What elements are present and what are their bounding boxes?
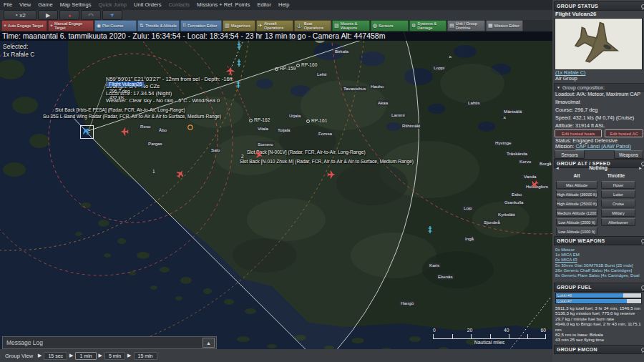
sensors-panel-button[interactable]: Sensors <box>555 150 585 159</box>
ref-point[interactable]: RP-159 <box>275 66 296 71</box>
group-fuel-header[interactable]: GROUP FUEL <box>554 283 644 292</box>
pin-icon[interactable] <box>641 4 644 9</box>
pointer-mode-button[interactable]: ➤ <box>102 10 122 20</box>
air-contact-icon[interactable] <box>235 41 243 50</box>
mission-editor-button[interactable]: ▦Mission Editor <box>486 20 523 31</box>
high-altitude-25000-button[interactable]: High Altitude (25000 ft) <box>556 200 597 207</box>
interval-15sec[interactable]: 15 sec <box>44 352 67 360</box>
edit-hosted-ac-button[interactable]: Edit hosted AC <box>605 129 643 137</box>
menu-editor[interactable]: Editor <box>253 0 275 10</box>
pin-icon[interactable] <box>641 285 644 290</box>
record-button[interactable]: ● <box>59 10 79 20</box>
tactical-map[interactable]: Selected: 1x Rafale C N59°59'01" E21°03'… <box>0 31 552 362</box>
aircraft-operations-button[interactable]: ✈Aircraft Operations <box>256 20 293 31</box>
low-altitude-1000-button[interactable]: Low Altitude (1000 ft) <box>556 228 597 235</box>
unit-group-doctrine-button[interactable]: ▤Unit / Group Doctrine <box>447 20 485 31</box>
low-altitude-2000-button[interactable]: Low Altitude (2000 ft) <box>556 218 597 226</box>
ref-point[interactable]: RP-160 <box>296 62 317 67</box>
hostile-aircraft-icon[interactable] <box>326 170 336 180</box>
boat-operations-button[interactable]: ⚓Boat Operations <box>294 20 331 31</box>
bottom-status-bar: Group View ▶ 15 sec ▶ 1 min ▶ 5 min ▶ 15… <box>0 349 552 362</box>
sensor-label: Slot Back [N-010 Zhuk-M] (Radar, FCR, Ai… <box>240 159 414 164</box>
interval-1min[interactable]: 1 min <box>75 352 96 360</box>
run-pause-button[interactable]: ▶ <box>38 10 58 20</box>
hostile-aircraft-icon[interactable] <box>225 66 235 76</box>
menu-missions-ref-points[interactable]: Missions + Ref. Points <box>193 0 253 10</box>
map-place-label: Esbo <box>510 192 523 197</box>
medium-altitude-button[interactable]: Medium Altitude (1200 <box>556 209 597 217</box>
time-compression-button[interactable]: ◔ x2 <box>4 10 36 20</box>
unknown-contact-icon[interactable] <box>187 124 194 131</box>
flight-name: Flight Vulcan26 <box>555 11 596 17</box>
formation-editor-button[interactable]: ⠿Formation Editor <box>180 20 222 31</box>
mission-link[interactable]: CAP Länsi (AAW Patrol) <box>575 143 631 150</box>
speed-line: Speed: 432,1 kts (M 0,74) (Cruise) <box>555 114 634 121</box>
ref-point[interactable]: RP-161 <box>306 118 327 123</box>
manual-engage-target-button[interactable]: ⌖Manual Engage Target <box>48 20 94 31</box>
map-place-label: Viiala <box>256 126 270 132</box>
hostile-aircraft-icon[interactable] <box>119 127 130 137</box>
weapon-link[interactable]: 26x Generic Chaff Salvo [4x Cartridges] <box>555 268 642 273</box>
menu-unit-orders[interactable]: Unit Orders <box>130 0 165 10</box>
pin-icon[interactable] <box>641 239 644 243</box>
air-contact-icon[interactable] <box>235 59 243 67</box>
interval-15min[interactable]: 15 min <box>134 352 157 360</box>
weapon-link[interactable]: 5x 30mm Giat 30/M791B Burst [25 rnds] <box>555 263 642 268</box>
plot-course-button[interactable]: ◉Plot Course <box>94 20 137 31</box>
group-status-header[interactable]: GROUP STATUS <box>554 1 644 11</box>
unit-datablock-name[interactable]: Flight Vulcan26 <box>107 82 144 87</box>
play-step-icon[interactable]: ▶ <box>125 353 133 358</box>
friendly-aircraft-icon[interactable] <box>81 126 91 136</box>
hover-button[interactable]: Hover <box>601 181 635 189</box>
throttle-buttons: Hover Loiter Cruise Military Afterburner <box>601 181 635 226</box>
play-step-icon[interactable]: ▶ <box>97 353 104 358</box>
map-place-label: Forssa <box>317 131 333 137</box>
air-contact-icon[interactable] <box>426 225 434 234</box>
interval-5min[interactable]: 5 min <box>104 352 125 360</box>
map-scale: 020 4060 Nautical miles <box>433 328 546 345</box>
message-log-bar[interactable]: Message Log ▲ <box>2 336 217 349</box>
menu-map-settings[interactable]: Map Settings <box>57 0 95 10</box>
air-contact-icon[interactable] <box>234 80 243 89</box>
play-step-icon[interactable]: ▶ <box>36 353 44 358</box>
sensors-button[interactable]: ◍Sensors <box>371 20 409 31</box>
group-weapons-header[interactable]: GROUP WEAPONS <box>554 236 644 245</box>
pin-icon[interactable] <box>641 348 644 352</box>
play-step-icon[interactable]: ▶ <box>67 353 75 358</box>
hostile-aircraft-icon[interactable] <box>530 180 540 190</box>
max-altitude-button[interactable]: Max Altitude <box>556 181 597 189</box>
ref-point[interactable]: RP-162 <box>249 117 270 122</box>
preset-next-arrow[interactable]: ► <box>638 166 643 170</box>
map-place-label: Hyvinge <box>494 140 512 146</box>
hostile-aircraft-icon[interactable] <box>254 150 264 160</box>
tooltip-weather: Weather: Clear sky - No rain - 5°C - Win… <box>106 97 233 104</box>
aircraft-icon: ✈ <box>258 23 263 29</box>
weapon-link[interactable]: 8x Generic Flare Salvo [4x Cartridges, D… <box>555 273 642 278</box>
expand-log-button[interactable]: ▲ <box>203 338 215 348</box>
group-emcon-header[interactable]: GROUP EMCON <box>554 345 644 354</box>
map-place-label: Sjundeå <box>482 220 502 225</box>
high-altitude-36000-button[interactable]: High Altitude (36000 ft) <box>556 190 597 198</box>
menu-file[interactable]: File <box>0 0 16 10</box>
weapon-link[interactable]: 1x MICA EM <box>555 252 642 257</box>
edit-hosted-boats-button[interactable]: Edit hosted boats <box>555 129 602 137</box>
menu-game[interactable]: Game <box>34 0 56 10</box>
loiter-button[interactable]: Loiter <box>601 190 635 198</box>
weapon-link[interactable]: 0x MICA IR <box>555 257 642 262</box>
cursor-arrow-icon: ➤ <box>109 11 116 19</box>
hostile-aircraft-icon[interactable] <box>175 169 185 179</box>
weapons-panel-button[interactable]: Weapons <box>614 150 643 159</box>
afterburner-button[interactable]: Afterburner <box>601 218 635 226</box>
menu-view[interactable]: View <box>16 0 34 10</box>
systems-damage-button[interactable]: ⚙Systems & Damage <box>409 20 447 31</box>
range-rings-button[interactable]: ◠ <box>81 10 101 20</box>
throttle-altitude-button[interactable]: ⇅Throttle & Altitude <box>137 20 180 31</box>
mission-line: Mission: CAP Länsi (AAW Patrol) <box>555 143 631 150</box>
weapon-link[interactable]: 0x Meteor <box>555 247 642 252</box>
military-button[interactable]: Military <box>601 209 635 217</box>
auto-engage-target-button[interactable]: ⌖Auto Engage Target <box>1 20 47 31</box>
menu-help[interactable]: Help <box>275 0 293 10</box>
magazines-button[interactable]: ▥Magazines <box>223 20 255 31</box>
cruise-button[interactable]: Cruise <box>601 200 635 207</box>
mounts-weapons-button[interactable]: ▨Mounts & Weapons <box>332 20 370 31</box>
